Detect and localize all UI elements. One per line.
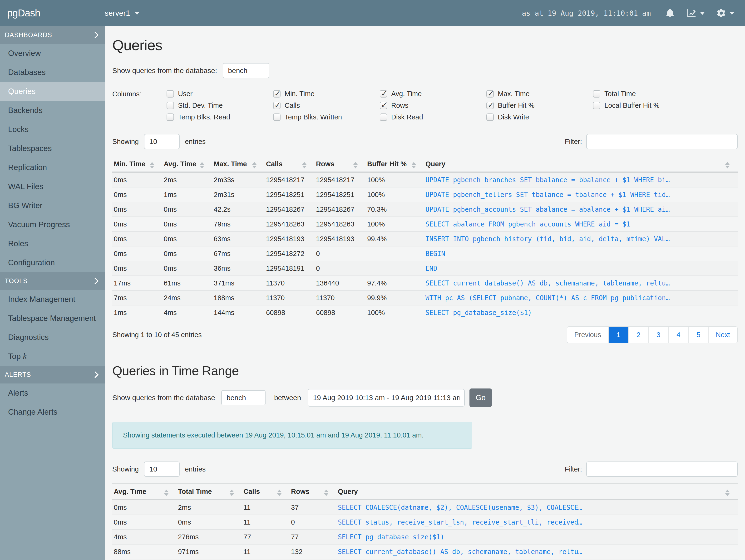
column-header-rows[interactable]: Rows	[315, 156, 366, 172]
sidebar-item-wal-files[interactable]: WAL Files	[0, 177, 105, 196]
query-link[interactable]: SELECT status, receive_start_lsn, receiv…	[336, 515, 738, 530]
column-option-buffer-hit[interactable]: Buffer Hit %	[486, 101, 593, 109]
column-header-label: Rows	[316, 160, 334, 168]
checkbox-calls[interactable]	[273, 102, 281, 109]
sidebar-item-tablespace-management[interactable]: Tablespace Management	[0, 309, 105, 328]
sidebar-item-configuration[interactable]: Configuration	[0, 253, 105, 272]
checkbox-buffer-hit[interactable]	[486, 102, 494, 109]
query-link[interactable]: UPDATE pgbench_accounts SET abalance = a…	[424, 202, 738, 217]
pagination-page-3[interactable]: 3	[648, 327, 668, 343]
cell-rows: 1295418267	[315, 202, 366, 217]
sidebar-section-dashboards[interactable]: DASHBOARDS	[0, 26, 105, 44]
checkbox-min-time[interactable]	[273, 90, 281, 98]
column-option-rows[interactable]: Rows	[380, 101, 486, 109]
column-header-total-time[interactable]: Total Time	[176, 484, 242, 500]
query-link[interactable]: SELECT abalance FROM pgbench_accounts WH…	[424, 217, 738, 231]
column-header-calls[interactable]: Calls	[265, 156, 315, 172]
column-header-max-time[interactable]: Max. Time	[212, 156, 265, 172]
sidebar-item-locks[interactable]: Locks	[0, 120, 105, 139]
settings-menu-button[interactable]	[716, 8, 735, 18]
column-option-max-time[interactable]: Max. Time	[486, 90, 593, 98]
query-link[interactable]: UPDATE pgbench_tellers SET tbalance = tb…	[424, 187, 738, 202]
sidebar-item-backends[interactable]: Backends	[0, 101, 105, 120]
column-header-calls[interactable]: Calls	[242, 484, 290, 500]
pagination-previous[interactable]: Previous	[567, 327, 608, 343]
query-link[interactable]: SELECT current_database() AS db, scheman…	[336, 544, 738, 559]
checkbox-temp-blks-read[interactable]	[167, 113, 174, 121]
pagination-page-5[interactable]: 5	[688, 327, 708, 343]
column-option-min-time[interactable]: Min. Time	[273, 90, 380, 98]
column-option-disk-write[interactable]: Disk Write	[486, 113, 593, 121]
query-link[interactable]: SELECT COALESCE(datname, $2), COALESCE(u…	[336, 500, 738, 515]
notifications-button[interactable]	[665, 8, 675, 18]
column-header-avg-time[interactable]: Avg. Time	[112, 484, 176, 500]
column-header-avg-time[interactable]: Avg. Time	[162, 156, 212, 172]
checkbox-total-time[interactable]	[593, 90, 600, 98]
checkbox-temp-blks-written[interactable]	[273, 113, 281, 121]
sidebar-item-top-k[interactable]: Top k	[0, 347, 105, 366]
column-option-temp-blks-written[interactable]: Temp Blks. Written	[273, 113, 380, 121]
sidebar-item-replication[interactable]: Replication	[0, 158, 105, 177]
server-selector[interactable]: server1	[105, 9, 140, 18]
checkbox-label: Calls	[285, 102, 300, 109]
checkbox-rows[interactable]	[380, 102, 387, 109]
column-header-query[interactable]: Query	[336, 484, 738, 500]
pagination-page-4[interactable]: 4	[668, 327, 688, 343]
sidebar-section-tools[interactable]: TOOLS	[0, 272, 105, 290]
showing-label-2: Showing	[112, 465, 139, 473]
sidebar-item-diagnostics[interactable]: Diagnostics	[0, 328, 105, 347]
column-option-avg-time[interactable]: Avg. Time	[380, 90, 486, 98]
checkbox-max-time[interactable]	[486, 90, 494, 98]
database-select-2[interactable]	[221, 390, 265, 405]
checkbox-std-dev-time[interactable]	[167, 102, 174, 109]
query-link[interactable]: END	[424, 261, 738, 276]
sidebar-item-queries[interactable]: Queries	[0, 82, 105, 101]
app-logo[interactable]: pgDash	[0, 7, 105, 19]
entries-count-select[interactable]	[144, 134, 180, 149]
sidebar-item-vacuum-progress[interactable]: Vacuum Progress	[0, 215, 105, 234]
pagination-next[interactable]: Next	[708, 327, 737, 343]
query-link[interactable]: UPDATE pgbench_branches SET bbalance = b…	[424, 172, 738, 188]
query-link[interactable]: SELECT name, setting, COALESCE(boot_val,…	[336, 559, 738, 560]
query-link[interactable]: INSERT INTO pgbench_history (tid, bid, a…	[424, 231, 738, 246]
sidebar-item-overview[interactable]: Overview	[0, 44, 105, 63]
go-button[interactable]: Go	[469, 389, 492, 407]
checkbox-user[interactable]	[167, 90, 174, 98]
sidebar-section-alerts[interactable]: ALERTS	[0, 366, 105, 384]
sidebar-item-databases[interactable]: Databases	[0, 63, 105, 82]
checkbox-disk-read[interactable]	[380, 113, 387, 121]
sidebar-item-alerts[interactable]: Alerts	[0, 384, 105, 402]
query-link[interactable]: WITH pc AS (SELECT pubname, COUNT(*) AS …	[424, 291, 738, 305]
time-range-input[interactable]	[307, 389, 465, 406]
sidebar-item-index-management[interactable]: Index Management	[0, 290, 105, 309]
query-link[interactable]: BEGIN	[424, 246, 738, 261]
column-option-temp-blks-read[interactable]: Temp Blks. Read	[167, 113, 273, 121]
column-option-disk-read[interactable]: Disk Read	[380, 113, 486, 121]
column-option-local-buffer-hit[interactable]: Local Buffer Hit %	[593, 101, 700, 109]
entries-count-select-2[interactable]	[144, 462, 180, 477]
column-option-std-dev-time[interactable]: Std. Dev. Time	[167, 101, 273, 109]
column-header-query[interactable]: Query	[424, 156, 738, 172]
filter-input-2[interactable]	[586, 462, 738, 477]
sidebar-item-bg-writer[interactable]: BG Writer	[0, 196, 105, 215]
checkbox-avg-time[interactable]	[380, 90, 387, 98]
sidebar-item-tablespaces[interactable]: Tablespaces	[0, 139, 105, 158]
query-link[interactable]: SELECT pg_database_size($1)	[336, 530, 738, 544]
column-option-user[interactable]: User	[167, 90, 273, 98]
filter-input[interactable]	[586, 134, 738, 149]
column-header-min-time[interactable]: Min. Time	[112, 156, 162, 172]
checkbox-disk-write[interactable]	[486, 113, 494, 121]
query-link[interactable]: SELECT current_database() AS db, scheman…	[424, 276, 738, 291]
column-header-rows[interactable]: Rows	[290, 484, 336, 500]
sidebar-item-roles[interactable]: Roles	[0, 234, 105, 253]
column-option-total-time[interactable]: Total Time	[593, 90, 700, 98]
sidebar-item-change-alerts[interactable]: Change Alerts	[0, 402, 105, 422]
charts-menu-button[interactable]	[686, 8, 705, 19]
checkbox-local-buffer-hit[interactable]	[593, 102, 600, 109]
database-select[interactable]	[223, 63, 269, 78]
pagination-page-2[interactable]: 2	[628, 327, 648, 343]
column-header-buffer-hit[interactable]: Buffer Hit %	[366, 156, 424, 172]
pagination-page-1[interactable]: 1	[608, 327, 628, 343]
query-link[interactable]: SELECT pg_database_size($1)	[424, 305, 738, 320]
column-option-calls[interactable]: Calls	[273, 101, 380, 109]
